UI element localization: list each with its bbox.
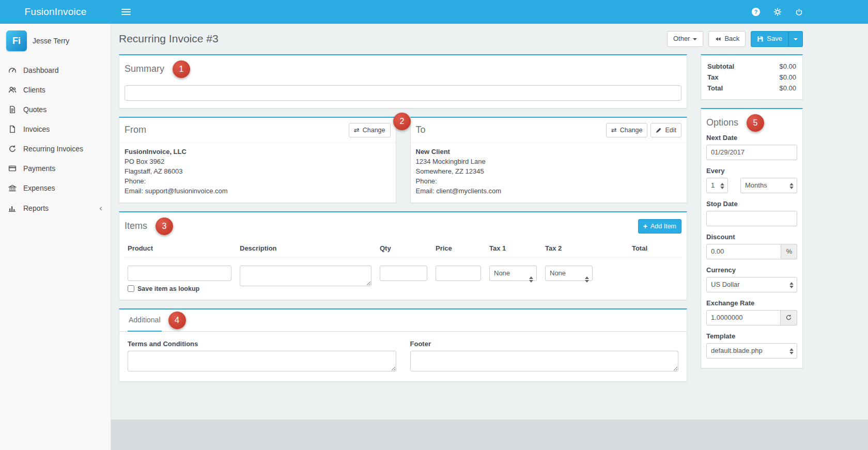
to-edit-button[interactable]: Edit — [650, 123, 681, 137]
save-item-lookup-label[interactable]: Save item as lookup — [128, 285, 231, 292]
discount-label: Discount — [706, 233, 797, 241]
page-title: Recurring Invoice #3 — [119, 33, 219, 45]
save-button[interactable]: Save — [751, 31, 788, 47]
refresh-icon — [8, 145, 17, 153]
exchange-rate-input[interactable] — [706, 310, 781, 325]
user-panel: Fi Jesse Terry — [0, 24, 111, 60]
from-email: Email: support@fusioninvoice.com — [125, 186, 391, 196]
column-qty: Qty — [380, 244, 427, 252]
summary-input[interactable] — [125, 85, 681, 101]
annotation-badge-5: 5 — [747, 114, 764, 132]
totals-panel: Subtotal $0.00 Tax $0.00 Total $0.00 — [701, 54, 803, 100]
logout-button[interactable] — [795, 8, 803, 16]
to-address-line2: Somewhere, ZZ 12345 — [416, 166, 682, 176]
add-item-button[interactable]: + Add Item — [638, 219, 681, 234]
next-date-label: Next Date — [706, 134, 797, 142]
template-select[interactable]: default.blade.php — [706, 343, 797, 359]
tab-additional[interactable]: Additional — [128, 309, 162, 332]
item-tax2-select[interactable]: None — [545, 266, 593, 281]
items-panel: Items 3 + Add Item — [119, 211, 687, 300]
other-dropdown-button[interactable]: Other — [667, 31, 704, 47]
to-panel: To ⇄ Change — [410, 117, 688, 203]
from-address-line2: Flagstaff, AZ 86003 — [125, 166, 391, 176]
every-period-select[interactable]: Months — [740, 178, 797, 193]
every-label: Every — [706, 167, 797, 175]
sidebar-item-dashboard[interactable]: Dashboard — [0, 60, 111, 80]
app-logo[interactable]: FusionInvoice — [0, 6, 111, 18]
save-item-lookup-checkbox[interactable] — [128, 285, 134, 292]
column-description: Description — [240, 244, 371, 252]
stop-date-input[interactable] — [706, 211, 797, 226]
page-header: Recurring Invoice #3 Other Back — [119, 31, 803, 47]
back-button[interactable]: Back — [708, 31, 746, 47]
footer-label: Footer — [410, 340, 679, 348]
refresh-icon — [785, 314, 792, 321]
question-circle-icon: ? — [752, 8, 760, 16]
sidebar-item-payments[interactable]: Payments — [0, 159, 111, 178]
content-wrapper: Recurring Invoice #3 Other Back — [111, 24, 868, 450]
column-tax1: Tax 1 — [489, 244, 537, 252]
additional-panel: Additional 4 Terms and Conditions — [119, 308, 687, 382]
item-row: Save item as lookup — [125, 263, 681, 292]
annotation-badge-4: 4 — [168, 312, 186, 329]
swap-icon: ⇄ — [354, 127, 360, 133]
bank-icon — [8, 184, 17, 192]
item-tax1-select[interactable]: None — [489, 266, 537, 281]
credit-card-icon — [8, 164, 17, 173]
currency-select[interactable]: US Dollar — [706, 277, 797, 292]
options-title: Options — [706, 117, 738, 128]
item-price-input[interactable] — [436, 266, 481, 281]
column-total: Total — [601, 244, 678, 252]
annotation-badge-3: 3 — [156, 218, 173, 235]
from-address: FusionInvoice, LLC PO Box 3962 Flagstaff… — [119, 143, 396, 203]
additional-tab-bar: Additional 4 — [119, 309, 687, 332]
sidebar-item-invoices[interactable]: Invoices — [0, 119, 111, 139]
column-tax2: Tax 2 — [545, 244, 593, 252]
options-panel: Options 5 Next Date Every — [701, 108, 803, 368]
item-product-input[interactable] — [128, 266, 231, 281]
chevron-down-icon — [693, 38, 697, 40]
help-button[interactable]: ? — [752, 8, 760, 16]
terms-textarea[interactable] — [128, 351, 396, 371]
tachometer-icon — [8, 66, 17, 74]
file-text-icon — [8, 105, 17, 114]
chevron-left-icon: ‹ — [99, 204, 102, 212]
item-qty-input[interactable] — [380, 266, 427, 281]
sidebar-item-clients[interactable]: Clients — [0, 80, 111, 100]
to-address: New Client 1234 Mockingbird Lane Somewhe… — [411, 143, 687, 203]
total-row: Total $0.00 — [707, 83, 796, 94]
save-dropdown-toggle[interactable] — [788, 31, 803, 47]
hamburger-icon — [121, 9, 131, 10]
topbar-icons: ? — [752, 8, 803, 16]
discount-input[interactable] — [706, 244, 781, 259]
sidebar-item-quotes[interactable]: Quotes — [0, 100, 111, 119]
from-address-line1: PO Box 3962 — [125, 157, 391, 166]
item-description-textarea[interactable] — [240, 266, 371, 286]
to-phone: Phone: — [416, 176, 682, 186]
page-footer-area — [111, 420, 868, 450]
every-interval-select[interactable]: 1 — [706, 178, 728, 193]
column-price: Price — [436, 244, 481, 252]
sidebar-item-reports[interactable]: Reports ‹ — [0, 198, 111, 218]
users-icon — [8, 86, 17, 94]
from-change-button[interactable]: ⇄ Change — [349, 123, 391, 137]
footer-textarea[interactable] — [410, 351, 679, 371]
user-name: Jesse Terry — [33, 37, 69, 45]
next-date-input[interactable] — [706, 145, 797, 160]
bar-chart-icon — [8, 204, 17, 212]
to-client-name: New Client — [416, 147, 682, 157]
exchange-rate-refresh-button[interactable] — [781, 310, 797, 325]
header-actions: Other Back — [667, 31, 803, 47]
settings-button[interactable] — [773, 8, 782, 16]
from-phone: Phone: — [125, 176, 391, 186]
sidebar-item-recurring-invoices[interactable]: Recurring Invoices — [0, 139, 111, 159]
sidebar: Fi Jesse Terry Dashboard Clients — [0, 24, 111, 450]
floppy-save-icon — [757, 36, 764, 42]
swap-icon: ⇄ — [611, 127, 617, 133]
pencil-edit-icon — [656, 127, 662, 133]
sidebar-toggle-button[interactable] — [118, 6, 134, 18]
to-title: To — [416, 125, 426, 135]
to-change-button[interactable]: ⇄ Change — [606, 123, 648, 137]
item-total-cell — [601, 266, 678, 292]
sidebar-item-expenses[interactable]: Expenses — [0, 178, 111, 198]
